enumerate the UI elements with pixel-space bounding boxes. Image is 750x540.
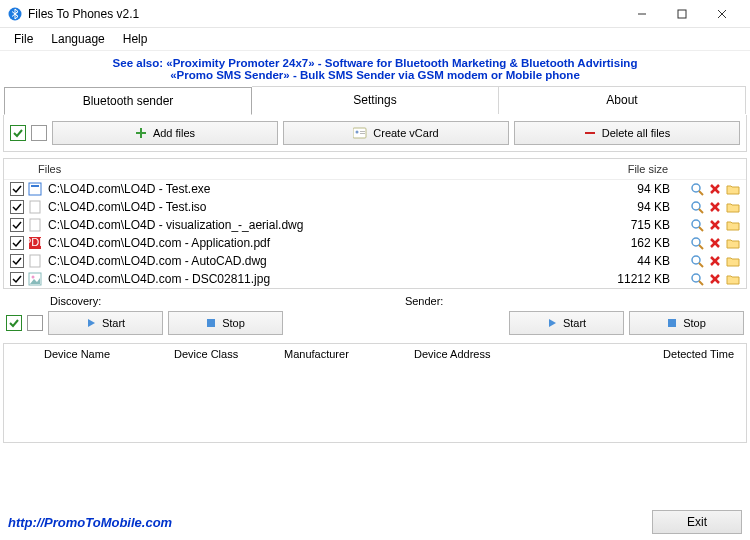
file-row[interactable]: C:\LO4D.com\LO4D - Test.exe94 KB	[4, 180, 746, 198]
preview-icon[interactable]	[690, 236, 704, 250]
file-type-icon: PDF	[28, 236, 42, 250]
maximize-button[interactable]	[662, 1, 702, 27]
file-name: C:\LO4D.com\LO4D - Test.iso	[48, 200, 600, 214]
play-icon	[547, 318, 557, 328]
open-folder-icon[interactable]	[726, 218, 740, 232]
delete-icon[interactable]	[708, 236, 722, 250]
svg-point-40	[32, 276, 35, 279]
file-size: 11212 KB	[600, 272, 670, 286]
file-name: C:\LO4D.com\LO4D - Test.exe	[48, 182, 600, 196]
preview-icon[interactable]	[690, 254, 704, 268]
svg-rect-9	[360, 131, 365, 132]
discovery-stop-button[interactable]: Stop	[168, 311, 283, 335]
menu-language[interactable]: Language	[43, 30, 112, 48]
file-name: C:\LO4D.com\LO4D.com - Application.pdf	[48, 236, 600, 250]
svg-point-14	[692, 184, 700, 192]
delete-icon[interactable]	[708, 182, 722, 196]
deselect-all-checkbox[interactable]	[31, 125, 47, 141]
discovery-start-label: Start	[102, 317, 125, 329]
file-type-icon	[28, 200, 42, 214]
file-type-icon	[28, 218, 42, 232]
file-row[interactable]: C:\LO4D.com\LO4D.com - DSC02811.jpg11212…	[4, 270, 746, 288]
delete-icon[interactable]	[708, 218, 722, 232]
svg-text:PDF: PDF	[28, 236, 42, 248]
sender-stop-button[interactable]: Stop	[629, 311, 744, 335]
file-type-icon	[28, 272, 42, 286]
svg-rect-34	[30, 255, 40, 267]
open-folder-icon[interactable]	[726, 182, 740, 196]
file-name: C:\LO4D.com\LO4D.com - DSC02811.jpg	[48, 272, 600, 286]
files-header: Files	[38, 163, 598, 175]
select-all-checkbox[interactable]	[10, 125, 26, 141]
promo-line-1[interactable]: See also: «Proximity Promoter 24x7» - So…	[0, 57, 750, 69]
play-icon	[86, 318, 96, 328]
file-row[interactable]: C:\LO4D.com\LO4D - visualization_-_aeria…	[4, 216, 746, 234]
device-name-header: Device Name	[38, 348, 168, 360]
discovery-select-all-checkbox[interactable]	[6, 315, 22, 331]
menu-help[interactable]: Help	[115, 30, 156, 48]
file-name: C:\LO4D.com\LO4D.com - AutoCAD.dwg	[48, 254, 600, 268]
create-vcard-label: Create vCard	[373, 127, 438, 139]
exit-button[interactable]: Exit	[652, 510, 742, 534]
close-button[interactable]	[702, 1, 742, 27]
svg-rect-12	[29, 183, 41, 195]
detected-time-header: Detected Time	[548, 348, 746, 360]
menu-file[interactable]: File	[6, 30, 41, 48]
tab-bluetooth-sender[interactable]: Bluetooth sender	[4, 87, 252, 115]
svg-point-30	[692, 238, 700, 246]
file-checkbox[interactable]	[10, 182, 24, 196]
preview-icon[interactable]	[690, 272, 704, 286]
open-folder-icon[interactable]	[726, 254, 740, 268]
create-vcard-button[interactable]: Create vCard	[283, 121, 509, 145]
file-row[interactable]: C:\LO4D.com\LO4D - Test.iso94 KB	[4, 198, 746, 216]
svg-line-15	[699, 191, 703, 195]
file-type-icon	[28, 254, 42, 268]
file-row[interactable]: PDFC:\LO4D.com\LO4D.com - Application.pd…	[4, 234, 746, 252]
svg-point-35	[692, 256, 700, 264]
file-checkbox[interactable]	[10, 218, 24, 232]
stop-icon	[206, 318, 216, 328]
file-checkbox[interactable]	[10, 200, 24, 214]
sender-start-label: Start	[563, 317, 586, 329]
file-checkbox[interactable]	[10, 236, 24, 250]
open-folder-icon[interactable]	[726, 236, 740, 250]
stop-icon	[667, 318, 677, 328]
bluetooth-icon	[8, 7, 22, 21]
svg-line-36	[699, 263, 703, 267]
delete-icon[interactable]	[708, 200, 722, 214]
svg-rect-10	[360, 133, 365, 134]
discovery-start-button[interactable]: Start	[48, 311, 163, 335]
preview-icon[interactable]	[690, 218, 704, 232]
svg-rect-46	[668, 319, 676, 327]
add-files-button[interactable]: Add files	[52, 121, 278, 145]
file-row[interactable]: C:\LO4D.com\LO4D.com - AutoCAD.dwg44 KB	[4, 252, 746, 270]
file-size: 44 KB	[600, 254, 670, 268]
discovery-deselect-all-checkbox[interactable]	[27, 315, 43, 331]
add-files-label: Add files	[153, 127, 195, 139]
promo-line-2[interactable]: «Promo SMS Sender» - Bulk SMS Sender via…	[0, 69, 750, 81]
tab-settings[interactable]: Settings	[252, 86, 499, 114]
svg-rect-23	[30, 219, 40, 231]
promo-link[interactable]: http://PromoToMobile.com	[8, 515, 172, 530]
minimize-button[interactable]	[622, 1, 662, 27]
open-folder-icon[interactable]	[726, 272, 740, 286]
svg-rect-45	[207, 319, 215, 327]
file-checkbox[interactable]	[10, 254, 24, 268]
preview-icon[interactable]	[690, 182, 704, 196]
sender-start-button[interactable]: Start	[509, 311, 624, 335]
open-folder-icon[interactable]	[726, 200, 740, 214]
file-checkbox[interactable]	[10, 272, 24, 286]
minus-icon	[584, 127, 596, 139]
file-size: 162 KB	[600, 236, 670, 250]
svg-point-19	[692, 202, 700, 210]
delete-all-files-label: Delete all files	[602, 127, 670, 139]
delete-all-files-button[interactable]: Delete all files	[514, 121, 740, 145]
tab-about[interactable]: About	[499, 86, 746, 114]
file-size-header: File size	[598, 163, 668, 175]
svg-line-20	[699, 209, 703, 213]
delete-icon[interactable]	[708, 272, 722, 286]
plus-icon	[135, 127, 147, 139]
delete-icon[interactable]	[708, 254, 722, 268]
preview-icon[interactable]	[690, 200, 704, 214]
svg-rect-13	[31, 185, 39, 187]
